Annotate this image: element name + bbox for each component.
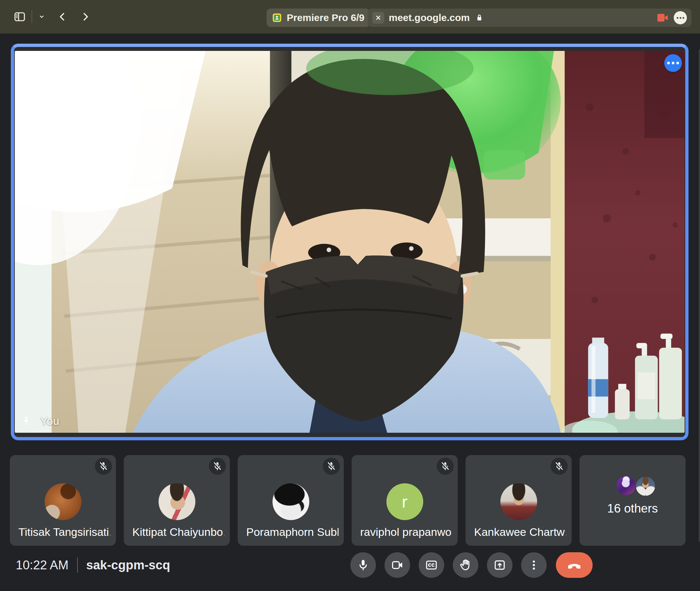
self-name-label: You <box>41 415 59 428</box>
avatar <box>158 483 195 520</box>
tab-premiere-label: Premiere Pro 6/9 <box>287 12 365 23</box>
tab-meet-active[interactable]: meet.google.com <box>368 8 692 27</box>
camera-active-icon[interactable] <box>656 11 669 24</box>
avatar <box>500 483 537 520</box>
avatar-initial: r <box>386 483 423 520</box>
mic-off-icon <box>212 461 222 471</box>
screen: { "browser": { "tabs": [ { "label": "Pre… <box>0 0 700 591</box>
participant-tile[interactable]: Kankawee Chartw… <box>465 455 572 546</box>
videocam-icon <box>391 559 404 572</box>
window-edge-sliver <box>699 49 700 542</box>
raise-hand-icon <box>459 558 472 572</box>
raise-hand-button[interactable] <box>453 552 479 578</box>
mic-off-badge <box>323 458 340 475</box>
camera-button[interactable] <box>384 552 410 578</box>
participant-tile[interactable]: Kittipat Chaiyunbo… <box>124 455 230 546</box>
self-name-chip: You <box>21 415 59 428</box>
meta-divider <box>77 557 78 573</box>
mic-button[interactable] <box>350 552 376 578</box>
chevron-down-icon[interactable] <box>38 10 46 23</box>
forward-button[interactable] <box>79 10 92 23</box>
browser-toolbar: Premiere Pro 6/9 meet.google.com <box>0 0 700 34</box>
mic-off-badge <box>551 458 568 475</box>
participant-name: raviphol prapanwo… <box>360 526 452 538</box>
present-icon <box>493 559 506 572</box>
participant-name: Poramaphorn Subh… <box>246 526 338 538</box>
mic-off-badge <box>209 458 226 475</box>
webcam-scene <box>15 51 685 433</box>
mic-off-badge <box>437 458 454 475</box>
classroom-icon <box>272 12 282 23</box>
tab-meet-label: meet.google.com <box>389 12 470 23</box>
call-end-icon <box>566 557 582 573</box>
mic-off-icon <box>554 461 564 471</box>
page-more-button[interactable] <box>674 11 687 24</box>
avatar <box>45 483 81 520</box>
mic-off-icon <box>99 461 108 471</box>
participant-tile[interactable]: Titisak Tangsirisati… <box>10 455 116 546</box>
sidebar-toggle-button[interactable] <box>13 10 26 23</box>
tab-premiere-pro[interactable]: Premiere Pro 6/9 <box>267 8 370 27</box>
meet-bottom-bar: 10:22 AM sak-cgpm-scq <box>0 546 700 591</box>
captions-button[interactable] <box>419 552 444 578</box>
more-options-button[interactable] <box>521 552 547 578</box>
lock-icon <box>474 13 484 23</box>
participant-tile[interactable]: r raviphol prapanwo… <box>352 455 458 546</box>
participant-name: Titisak Tangsirisati… <box>18 526 111 538</box>
participant-name: Kittipat Chaiyunbo… <box>132 526 225 538</box>
avatar <box>635 476 656 497</box>
captions-icon <box>425 559 438 572</box>
clock-label: 10:22 AM <box>16 558 69 572</box>
present-button[interactable] <box>487 552 513 578</box>
others-count-label: 16 others <box>579 502 686 516</box>
participant-name: Kankawee Chartw… <box>474 526 566 538</box>
stage-more-options-button[interactable] <box>664 54 682 72</box>
close-tab-button[interactable] <box>372 12 384 24</box>
avatar <box>272 483 309 520</box>
close-icon <box>374 13 383 22</box>
others-tile[interactable]: 16 others <box>579 455 686 546</box>
mic-off-icon <box>440 461 450 471</box>
participant-tile[interactable]: Poramaphorn Subh… <box>238 455 344 546</box>
end-call-button[interactable] <box>556 552 593 578</box>
toolbar-divider <box>31 10 32 23</box>
mic-off-badge <box>95 458 112 475</box>
mic-off-icon <box>326 461 336 471</box>
mic-icon <box>357 559 370 572</box>
avatar <box>617 476 636 495</box>
more-vert-icon <box>527 559 540 572</box>
pin-icon <box>21 416 32 427</box>
meeting-code-label: sak-cgpm-scq <box>86 558 171 572</box>
self-video-feed: You <box>15 51 685 433</box>
self-video-stage[interactable]: You <box>11 44 689 440</box>
back-button[interactable] <box>56 10 69 23</box>
